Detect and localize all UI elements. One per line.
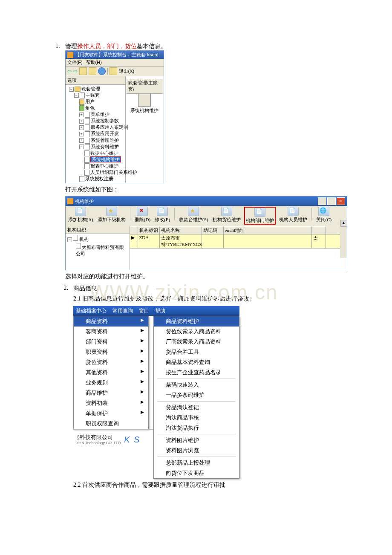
close-toolbar-button[interactable]: 关闭(C) xyxy=(315,207,333,225)
menu-common-query[interactable]: 常用查询 xyxy=(112,307,133,315)
menu-merge-tool[interactable]: 货品合并工具 xyxy=(154,347,239,357)
tree-mgmt-maint[interactable]: +系统管理维护 xyxy=(66,137,124,144)
screenshot-org-maint: 机构维护 _ □ × 添加机构(A) 添加下级机构 删除(D) 修改(E) 收款… xyxy=(65,196,347,270)
menu-supplier-data[interactable]: 客商资料▶ xyxy=(74,327,148,337)
help-icon[interactable] xyxy=(98,67,106,75)
tree-root[interactable]: −账套管理 xyxy=(66,86,124,92)
menu-obsolete-exec[interactable]: 淘汰货品执行 xyxy=(154,423,239,433)
app-icon xyxy=(67,52,73,58)
col-marker xyxy=(130,226,138,234)
add-sub-org-button[interactable]: 添加下级机构 xyxy=(97,207,127,225)
exit-icon[interactable] xyxy=(110,67,117,75)
menubar: 基础档案中心 常用查询 窗口 帮助 xyxy=(73,306,239,316)
menu-product-data-maint[interactable]: 商品资料维护 xyxy=(154,316,239,327)
maximize-button[interactable]: □ xyxy=(327,197,336,205)
tree-svc-custom[interactable]: +服务应用方案定制 xyxy=(66,124,124,130)
menu-basic-query[interactable]: 商品基本资料查询 xyxy=(154,357,239,367)
menu-vendor-thread-input[interactable]: 厂商线索录入商品资料 xyxy=(154,337,239,347)
tree-data-center[interactable]: 数据中心维护 xyxy=(66,150,124,156)
separator xyxy=(130,208,130,220)
menu-img-browse[interactable]: 资料图片浏览 xyxy=(154,445,239,456)
loc-maint-button[interactable]: 机构货位维护 xyxy=(212,207,242,225)
org-maint-label[interactable]: 系统机构维护 xyxy=(127,107,163,114)
doc-icon xyxy=(221,207,232,216)
company-name-en: ce & Technology CO.,LTD xyxy=(77,441,121,445)
back-icon[interactable]: ⇦ xyxy=(67,68,72,74)
item1-text: 管理操作人员，部门，货位基本信息。 xyxy=(65,43,347,50)
menu-product-maint[interactable]: 商品维护▶ xyxy=(74,388,148,398)
tree-app-dev[interactable]: +系统应用开发 xyxy=(66,130,124,137)
tree-header: 机构组织 xyxy=(66,226,130,234)
tree-report-maint[interactable]: 报表中心维护 xyxy=(66,163,124,169)
exit-label[interactable]: 退出(X) xyxy=(119,68,135,75)
forward-icon[interactable]: ⇨ xyxy=(73,68,78,74)
win1-titlebar: 【用友软件】系统控制台 - [主账套 ksoa] xyxy=(66,51,164,59)
menu-help[interactable]: 帮助 xyxy=(155,307,165,315)
menu-loc-data[interactable]: 货位资料▶ xyxy=(74,357,148,367)
menu-multi-barcode[interactable]: 一品多条码维护 xyxy=(154,390,239,400)
menu-img-maint[interactable]: 资料图片维护 xyxy=(154,435,239,445)
org-table: 机构标识 机构名称 助记码 email地址 ▶ ZDA 太原布雷特/TYBLTK… xyxy=(130,226,347,270)
minimize-button[interactable]: _ xyxy=(318,197,326,205)
menu-obsolete-register[interactable]: 货品淘汰登记 xyxy=(154,402,239,413)
org-maint-big-icon[interactable] xyxy=(138,94,151,107)
menu-archive-center[interactable]: 基础档案中心 xyxy=(76,307,107,315)
col-mnemonic: 助记码 xyxy=(202,226,224,234)
menu-hq-new-product[interactable]: 总部新品上报处理 xyxy=(154,458,239,468)
star-icon xyxy=(106,207,117,216)
separator xyxy=(157,401,236,402)
menu-barcode-load[interactable]: 条码快速装入 xyxy=(154,380,239,390)
dept-maint-button[interactable]: 机构部门维护 xyxy=(244,207,276,225)
nav-tree: −账套管理 −主账套 用户 角色 +菜单维护 +系统控制参数 +服务应用方案定制… xyxy=(66,85,125,183)
close-icon xyxy=(318,207,329,216)
menu-drug-catalog[interactable]: 按生产企业查药品名录 xyxy=(154,367,239,378)
menu-other-data[interactable]: 其他资料▶ xyxy=(74,367,148,378)
toolbar-icon-1[interactable] xyxy=(79,67,87,75)
tree-staff-rel[interactable]: 人员组织部门关系维护 xyxy=(66,169,124,176)
staff-maint-button[interactable]: 机构人员维护 xyxy=(278,207,308,225)
menu-loc-thread-input[interactable]: 货位线索录入商品资料 xyxy=(154,327,239,337)
delete-button[interactable]: 删除(D) xyxy=(134,207,151,225)
tree-auth-reg[interactable]: 系统授权注册 xyxy=(66,176,124,182)
menu-window[interactable]: 窗口 xyxy=(139,307,149,315)
ks-logo: K S xyxy=(124,435,140,445)
tree-child[interactable]: 太原布雷特科贸有限公司 xyxy=(67,243,128,257)
modify-button[interactable]: 修改(E) xyxy=(154,207,171,225)
pos-maint-button[interactable]: 收款台维护(S) xyxy=(178,207,209,225)
tree-root[interactable]: − 机构 xyxy=(67,235,128,243)
tree-role[interactable]: 角色 xyxy=(66,105,124,111)
tree-user[interactable]: 用户 xyxy=(66,98,124,105)
win2-title-text: 机构维护 xyxy=(75,198,94,205)
table-row[interactable]: ▶ ZDA 太原布雷特/TYBLTKMYXGS 太 xyxy=(130,234,347,249)
menu-doc-protect[interactable]: 单据保护▶ xyxy=(74,408,148,419)
separator xyxy=(157,379,236,379)
toolbar-icon-2[interactable] xyxy=(89,67,96,75)
menu-dept-data[interactable]: 部门资料▶ xyxy=(74,337,148,347)
menu-staff-auth-query[interactable]: 职员权限查询 xyxy=(74,419,148,429)
menu-staff-data[interactable]: 职员资料▶ xyxy=(74,347,148,357)
menu-help[interactable]: 帮助(H) xyxy=(86,59,102,66)
tree-main[interactable]: −主账套 xyxy=(66,92,124,98)
cell-org-id: ZDA xyxy=(138,234,160,248)
tree-data-maint[interactable]: −系统资料维护 xyxy=(66,144,124,150)
item2-line22: 2.2 首次供应商合作商品，需要跟据质量管理流程进行审批 xyxy=(73,481,337,489)
col-blank xyxy=(312,226,326,234)
menu-obsolete-audit[interactable]: 淘汰商品审核 xyxy=(154,413,239,423)
doc-icon xyxy=(288,207,299,216)
item1-number: 1. xyxy=(55,43,65,283)
menu-product-data[interactable]: 商品资料▶ xyxy=(74,316,148,327)
menu-data-init[interactable]: 资料初装▶ xyxy=(74,398,148,408)
scroll-up-icon[interactable]: ▲ xyxy=(340,220,347,227)
menu-dispatch-to-loc[interactable]: 向货位下发商品 xyxy=(154,468,239,478)
screenshot-menu-dropdown: 基础档案中心 常用查询 窗口 帮助 商品资料▶ 客商资料▶ 部门资料▶ 职员资料… xyxy=(73,306,239,479)
tree-menu-maint[interactable]: +菜单维护 xyxy=(66,111,124,118)
tree-sys-param[interactable]: +系统控制参数 xyxy=(66,118,124,124)
tree-org-maint[interactable]: 系统机构维护 xyxy=(66,156,124,163)
item2-number: 2. xyxy=(55,285,73,491)
menu-file[interactable]: 文件(F) xyxy=(67,59,83,66)
menu-biz-rule[interactable]: 业务规则▶ xyxy=(74,378,148,388)
close-button[interactable]: × xyxy=(337,197,345,205)
row-marker: ▶ xyxy=(130,234,138,248)
add-org-button[interactable]: 添加机构(A) xyxy=(67,207,94,225)
scrollbar[interactable]: ▲ xyxy=(340,220,347,258)
